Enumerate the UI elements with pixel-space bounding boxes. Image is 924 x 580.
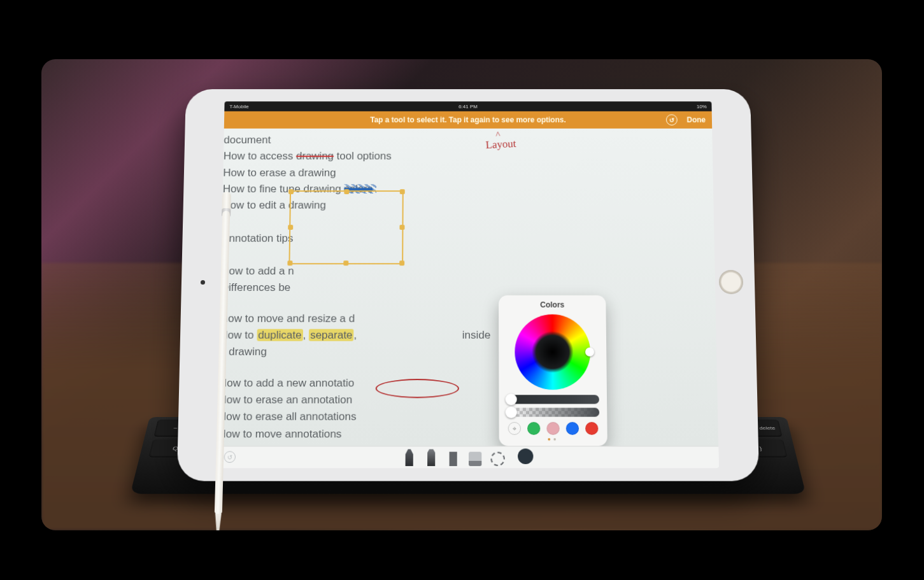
markup-hint-text: Tap a tool to select it. Tap it again to…	[370, 116, 566, 125]
resize-handle-icon[interactable]	[400, 189, 405, 194]
doc-line: How to add a new annotatio	[219, 375, 718, 392]
front-camera-icon	[201, 280, 205, 285]
brightness-slider[interactable]	[507, 395, 599, 404]
selection-rectangle[interactable]	[288, 190, 403, 264]
resize-handle-icon[interactable]	[399, 225, 404, 230]
doc-line: a drawing	[220, 344, 717, 360]
doc-line: How to erase all annotations	[218, 409, 718, 426]
resize-handle-icon[interactable]	[288, 225, 293, 230]
markup-tool-tray: ↺	[217, 446, 719, 468]
resize-handle-icon[interactable]	[287, 260, 292, 265]
pen-tool[interactable]	[403, 449, 416, 467]
slider-knob[interactable]	[506, 393, 517, 405]
struck-word: drawing	[296, 150, 334, 162]
highlighted-word: duplicate	[257, 329, 303, 341]
doc-line: How to erase an annotation	[218, 392, 718, 409]
handwritten-layout-label: Layout	[485, 138, 516, 152]
crayon-tool[interactable]	[425, 449, 437, 467]
doc-line: How to duplicate, separate, inside	[220, 327, 716, 344]
eraser-tool[interactable]	[469, 452, 481, 466]
color-picker-popover: Colors ⌖ ●●	[499, 295, 608, 446]
photo-card: ~!@#$%^&*()_+delete QWERTYUIOP{} T-Mobil…	[41, 59, 882, 530]
slider-knob[interactable]	[506, 406, 517, 418]
color-swatch[interactable]	[566, 422, 579, 435]
hue-knob[interactable]	[585, 348, 594, 357]
ipad-device: T-Mobile 6:41 PM 10% Tap a tool to selec…	[177, 89, 759, 481]
color-swatch[interactable]	[585, 422, 598, 435]
undo-button[interactable]: ↺	[666, 115, 678, 125]
resize-handle-icon[interactable]	[399, 260, 404, 265]
color-swatch[interactable]	[527, 422, 540, 435]
home-button[interactable]	[719, 270, 744, 294]
doc-line: How to access drawing tool options	[224, 148, 713, 165]
doc-line: How to erase a drawing	[223, 165, 713, 181]
clock-label: 6:41 PM	[458, 104, 477, 110]
eyedropper-button[interactable]: ⌖	[508, 422, 521, 435]
current-color-swatch[interactable]	[518, 449, 533, 464]
lasso-tool[interactable]	[490, 452, 504, 466]
opacity-slider[interactable]	[507, 408, 600, 417]
resize-handle-icon[interactable]	[288, 189, 294, 194]
resize-handle-icon[interactable]	[343, 260, 348, 265]
red-circle-annotation-icon	[376, 379, 459, 398]
fill-tool[interactable]	[447, 449, 460, 467]
popover-title: Colors	[499, 295, 606, 312]
status-bar: T-Mobile 6:41 PM 10%	[224, 101, 711, 111]
color-swatch[interactable]	[546, 422, 559, 435]
battery-label: 10%	[697, 104, 707, 110]
highlighted-word: separate	[309, 329, 354, 341]
resize-handle-icon[interactable]	[344, 189, 349, 194]
carrier-label: T-Mobile	[229, 104, 248, 110]
markup-hint-bar: Tap a tool to select it. Tap it again to…	[224, 111, 712, 129]
doc-line: document	[224, 132, 713, 149]
doc-line: How to move annotations	[218, 426, 718, 443]
document-canvas[interactable]: document How to access drawing tool opti…	[218, 129, 718, 446]
doc-line: How to add a n	[221, 263, 715, 279]
color-wheel[interactable]	[515, 315, 590, 390]
ipad-screen: T-Mobile 6:41 PM 10% Tap a tool to selec…	[217, 101, 719, 468]
done-button[interactable]: Done	[686, 116, 706, 125]
doc-line: How to move and resize a d	[220, 311, 716, 327]
tray-undo-button[interactable]: ↺	[224, 451, 236, 463]
page-dots[interactable]: ●●	[499, 436, 608, 442]
doc-line: Differences be	[221, 279, 716, 296]
